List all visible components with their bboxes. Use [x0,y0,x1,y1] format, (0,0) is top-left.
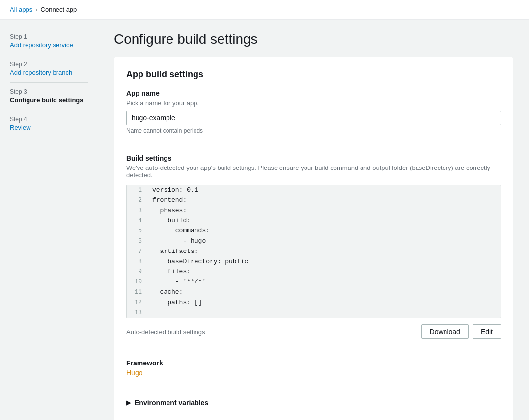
line-content: build: [146,216,196,226]
breadcrumb-separator: › [35,6,37,13]
step4-label: Step 4 [10,116,87,123]
breadcrumb-all-apps[interactable]: All apps [10,6,32,13]
sidebar-item-step2[interactable]: Step 2 Add repository branch [0,57,98,80]
line-content: artifacts: [146,247,204,257]
line-content: - hugo [146,236,212,247]
app-name-input[interactable] [126,111,501,125]
step3-title[interactable]: Configure build settings [10,96,87,104]
env-variables-accordion[interactable]: ▶ Environment variables [126,397,501,409]
line-number: 1 [127,185,146,196]
code-line: 7 artifacts: [127,247,501,257]
divider-2 [126,349,501,349]
code-editor: 1version: 0.12frontend:3 phases:4 build:… [126,185,501,318]
line-content: commands: [146,226,216,236]
breadcrumb-connect-app: Connect app [41,6,77,13]
line-content: baseDirectory: public [146,257,254,267]
line-number: 4 [127,216,146,226]
app-name-field: App name Pick a name for your app. Name … [126,89,501,134]
line-content: - '**/*' [146,277,212,287]
sidebar: Step 1 Add repository service Step 2 Add… [0,20,98,420]
line-number: 13 [127,308,146,318]
code-line: 9 files: [127,267,501,277]
line-number: 12 [127,298,146,308]
code-line: 4 build: [127,216,501,226]
build-settings-section: Build settings We've auto-detected your … [126,154,501,339]
code-line: 2frontend: [127,196,501,206]
line-number: 10 [127,277,146,287]
app-name-hint: Pick a name for your app. [126,99,501,107]
line-number: 8 [127,257,146,267]
code-line: 12 paths: [] [127,298,501,308]
main-content: Configure build settings App build setti… [98,20,529,420]
env-variables-label: Environment variables [135,399,208,407]
build-settings-card: App build settings App name Pick a name … [114,57,513,420]
line-number: 2 [127,196,146,206]
step-divider-2 [10,82,88,83]
build-footer: Auto-detected build settings Download Ed… [126,324,501,339]
line-number: 7 [127,247,146,257]
app-name-label: App name [126,89,501,97]
divider-3 [126,387,501,387]
card-title: App build settings [126,69,501,80]
line-number: 5 [127,226,146,236]
line-number: 9 [127,267,146,277]
step-divider-1 [10,55,88,55]
code-line: 8 baseDirectory: public [127,257,501,267]
code-line: 13 [127,308,501,318]
line-number: 11 [127,287,146,298]
sidebar-item-step1[interactable]: Step 1 Add repository service [0,29,98,53]
auto-detected-label: Auto-detected build settings [126,328,205,336]
code-line: 11 cache: [127,287,501,298]
line-content: paths: [] [146,298,208,308]
build-settings-label: Build settings [126,154,501,162]
framework-value: Hugo [126,369,501,377]
build-settings-desc: We've auto-detected your app's build set… [126,164,501,179]
divider-1 [126,144,501,144]
download-button[interactable]: Download [421,324,469,339]
code-line: 5 commands: [127,226,501,236]
sidebar-item-step3[interactable]: Step 3 Configure build settings [0,84,98,108]
line-content: phases: [146,206,193,216]
line-content: files: [146,267,196,277]
line-number: 6 [127,236,146,247]
build-action-buttons: Download Edit [421,324,501,339]
step3-label: Step 3 [10,88,87,95]
code-line: 1version: 0.1 [127,185,501,196]
code-line: 10 - '**/*' [127,277,501,287]
line-content: frontend: [146,196,193,206]
line-number: 3 [127,206,146,216]
step-divider-3 [10,110,88,110]
framework-section: Framework Hugo [126,359,501,377]
step1-title[interactable]: Add repository service [10,41,87,49]
code-line: 3 phases: [127,206,501,216]
edit-button[interactable]: Edit [473,324,501,339]
step2-title[interactable]: Add repository branch [10,69,87,76]
page-title: Configure build settings [114,31,513,47]
framework-label: Framework [126,359,501,367]
chevron-right-icon: ▶ [126,399,131,406]
step4-title: Review [10,124,87,131]
code-line: 6 - hugo [127,236,501,247]
line-content: cache: [146,287,189,298]
line-content: version: 0.1 [146,185,204,196]
breadcrumb: All apps › Connect app [0,0,529,20]
step1-label: Step 1 [10,33,87,40]
step2-label: Step 2 [10,61,87,68]
sidebar-item-step4[interactable]: Step 4 Review [0,112,98,135]
app-name-note: Name cannot contain periods [126,127,501,134]
